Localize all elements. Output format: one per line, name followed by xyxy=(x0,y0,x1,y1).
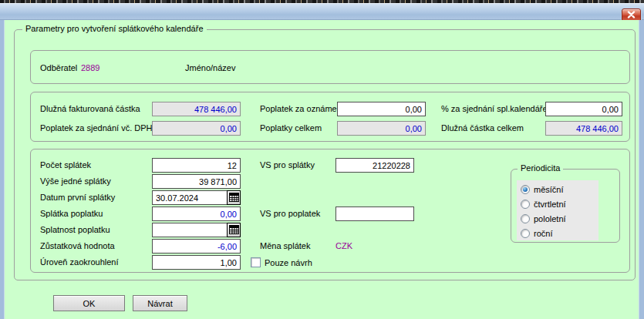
group-parametry: Parametry pro vytvoření splátkového kale… xyxy=(14,29,636,280)
calendar-icon xyxy=(229,193,239,203)
dluzna-fakturovana-label: Dlužná fakturovaná částka xyxy=(40,102,140,116)
radio-rocni-label: roční xyxy=(534,229,552,238)
radio-mesicni[interactable]: měsíční xyxy=(521,183,564,195)
vs-poplatek-label: VS pro poplatek xyxy=(260,207,320,221)
uroven-zaokrouhleni-label: Úroveň zaokrouhlení xyxy=(40,255,119,270)
dialog-window: Parametry pro vytvoření splátkového kale… xyxy=(0,0,644,319)
x-icon xyxy=(627,11,636,20)
zustatkova-field[interactable] xyxy=(152,239,241,254)
poplatek-sjednani-field xyxy=(152,121,241,136)
zustatkova-label: Zůstatková hodnota xyxy=(40,239,115,254)
radio-icon xyxy=(521,185,530,194)
periodicita-panel: měsíční čtvrtletní pololetní roční xyxy=(517,180,598,240)
uroven-zaokrouhleni-field[interactable] xyxy=(152,255,241,270)
pouze-navrh-checkbox-row[interactable]: Pouze návrh xyxy=(251,255,312,270)
splatnost-poplatku-label: Splatnost poplatku xyxy=(40,223,110,237)
poplatek-oznameni-label: Poplatek za oznámení xyxy=(260,102,344,116)
group-finance: Dlužná fakturovaná částka Poplatek za oz… xyxy=(30,92,630,142)
radio-pololetni[interactable]: pololetní xyxy=(521,213,566,224)
vs-splatky-label: VS pro splátky xyxy=(260,158,315,173)
pouze-navrh-checkbox[interactable] xyxy=(251,257,261,267)
group-customer: Odběratel 2889 Jméno/název xyxy=(30,50,630,84)
customer-number-value: 2889 xyxy=(81,61,99,76)
ok-button[interactable]: OK xyxy=(53,295,125,311)
datum-prvni-calendar-button[interactable] xyxy=(227,190,241,205)
radio-icon xyxy=(521,200,530,209)
poplatky-celkem-label: Poplatky celkem xyxy=(260,121,322,136)
splatka-poplatku-label: Splátka poplatku xyxy=(40,207,103,221)
group-schedule: Počet splátek Výše jedné splátky Datum p… xyxy=(30,149,630,273)
periodicita-title: Periodicita xyxy=(518,163,563,173)
poplatek-sjednani-label: Poplatek za sjednání vč. DPH xyxy=(40,121,153,136)
splatnost-poplatku-calendar-button[interactable] xyxy=(227,223,241,237)
vyse-splatky-field[interactable] xyxy=(152,174,241,189)
dluzna-fakturovana-field xyxy=(152,102,241,116)
pct-sjednani-label: % za sjednání spl.kalendáře xyxy=(441,102,548,116)
vs-poplatek-field[interactable] xyxy=(335,207,414,221)
mena-splatek-value: CZK xyxy=(335,239,352,254)
pocet-splatek-field[interactable] xyxy=(152,158,241,173)
navrat-button[interactable]: Návrat xyxy=(133,295,187,311)
customer-label: Odběratel xyxy=(40,61,77,76)
radio-mesicni-label: měsíční xyxy=(534,185,564,194)
dluzna-celkem-label: Dlužná částka celkem xyxy=(441,121,524,136)
radio-pololetni-label: pololetní xyxy=(534,214,566,223)
mena-splatek-label: Měna splátek xyxy=(260,239,310,254)
dluzna-celkem-field xyxy=(545,121,622,136)
group-parametry-title: Parametry pro vytvoření splátkového kale… xyxy=(22,24,207,33)
poplatek-oznameni-field[interactable] xyxy=(337,102,426,116)
pct-sjednani-field[interactable] xyxy=(545,102,622,116)
splatka-poplatku-field[interactable] xyxy=(152,207,241,221)
dialog-body: Parametry pro vytvoření splátkového kale… xyxy=(0,20,644,319)
pocet-splatek-label: Počet splátek xyxy=(40,158,91,173)
vs-splatky-field[interactable] xyxy=(335,158,414,173)
datum-prvni-label: Datum první splátky xyxy=(40,190,115,205)
titlebar[interactable] xyxy=(0,3,644,20)
radio-icon xyxy=(521,214,530,223)
customer-name-label: Jméno/název xyxy=(185,61,235,76)
radio-ctvrtletni-label: čtvrtletní xyxy=(534,200,566,209)
poplatky-celkem-field xyxy=(337,121,426,136)
calendar-icon xyxy=(229,225,239,236)
pouze-navrh-label: Pouze návrh xyxy=(265,258,312,267)
vyse-splatky-label: Výše jedné splátky xyxy=(40,174,111,189)
radio-rocni[interactable]: roční xyxy=(521,227,552,239)
radio-ctvrtletni[interactable]: čtvrtletní xyxy=(521,198,566,210)
radio-icon xyxy=(521,229,530,238)
group-periodicita: Periodicita měsíční čtvrtletní polole xyxy=(511,169,620,243)
